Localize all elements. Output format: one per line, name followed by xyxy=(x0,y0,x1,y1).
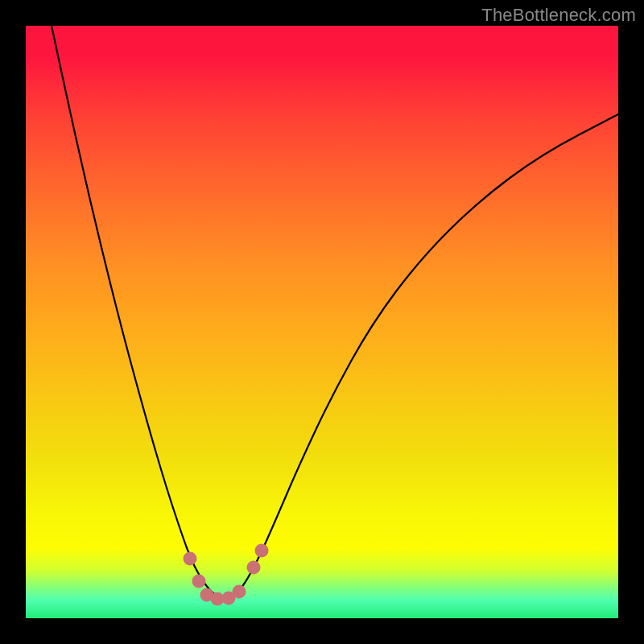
curve-marker xyxy=(255,544,269,558)
marker-group xyxy=(184,544,269,606)
bottleneck-curve xyxy=(52,26,618,598)
curve-marker xyxy=(192,575,206,588)
chart-frame: TheBottleneck.com xyxy=(0,0,644,644)
plot-area xyxy=(26,26,618,618)
curve-svg xyxy=(26,26,618,618)
curve-marker xyxy=(233,585,246,599)
curve-marker xyxy=(247,561,261,575)
curve-marker xyxy=(184,552,197,566)
watermark-text: TheBottleneck.com xyxy=(481,5,636,26)
